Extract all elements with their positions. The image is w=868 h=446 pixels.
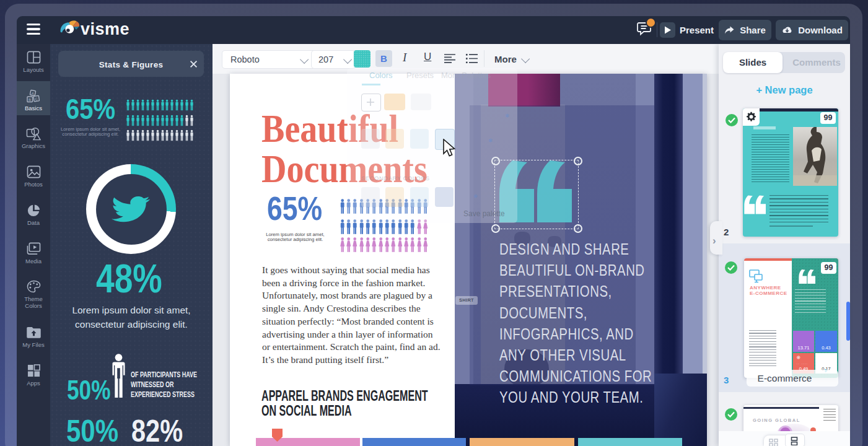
svg-text:A: A — [31, 91, 34, 95]
svg-text:B: B — [28, 98, 31, 102]
svg-text:C: C — [35, 97, 38, 101]
